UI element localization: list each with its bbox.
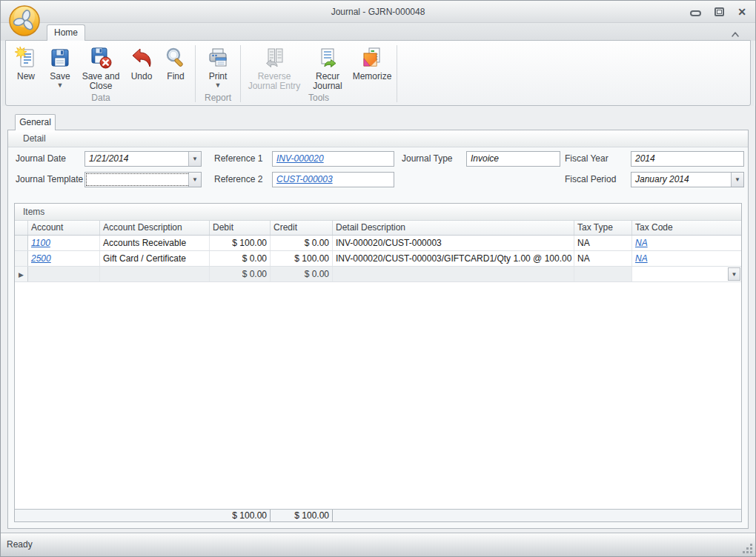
close-button[interactable]: ✕ (737, 7, 746, 16)
status-bar: Ready (1, 533, 755, 556)
account-link[interactable]: 2500 (31, 253, 51, 264)
reverse-journal-entry-button-label: Reverse Journal Entry (247, 72, 302, 91)
print-dropdown-caret-icon[interactable]: ▼ (215, 82, 222, 88)
items-grid: Items Account Account Description Debit … (14, 203, 742, 522)
window-title: Journal - GJRN-000048 (1, 1, 755, 23)
debit-cell[interactable]: $ 0.00 (210, 267, 271, 281)
tax-type-cell[interactable]: NA (574, 251, 632, 266)
column-header-credit[interactable]: Credit (271, 221, 333, 235)
reference1-field[interactable]: INV-000020 (272, 151, 394, 167)
reference1-label: Reference 1 (214, 151, 262, 167)
fiscal-period-dropdown-icon[interactable]: ▼ (731, 173, 743, 187)
new-document-icon (14, 46, 38, 70)
column-header-detail-description[interactable]: Detail Description (333, 221, 574, 235)
tab-home[interactable]: Home (47, 24, 85, 41)
row-selector-header (15, 221, 28, 235)
account-description-cell[interactable] (100, 267, 210, 281)
new-button[interactable]: New (9, 44, 43, 82)
collapse-ribbon-icon[interactable] (730, 30, 740, 37)
ribbon-group-report: Print ▼ Report (196, 42, 239, 105)
undo-icon (130, 46, 153, 70)
column-header-account-description[interactable]: Account Description (100, 221, 210, 235)
row-selector[interactable] (15, 251, 28, 266)
credit-cell[interactable]: $ 100.00 (271, 251, 333, 266)
minimize-button[interactable] (690, 10, 701, 16)
tax-code-link[interactable]: NA (635, 238, 648, 248)
find-button[interactable]: Find (159, 44, 193, 82)
new-row-selector[interactable]: ▶ (15, 267, 28, 281)
journal-template-dropdown-icon[interactable]: ▼ (188, 173, 201, 187)
ribbon-group-separator (240, 45, 241, 102)
undo-button-label: Undo (131, 72, 153, 81)
fiscal-year-field: 2014 (631, 151, 744, 167)
save-button-label: Save (50, 72, 70, 81)
column-header-tax-type[interactable]: Tax Type (574, 221, 632, 235)
memorize-button-label: Memorize (353, 72, 392, 81)
find-button-label: Find (167, 72, 184, 81)
save-and-close-button-label: Save and Close (79, 72, 122, 91)
tax-code-editor-cell[interactable]: ▼ (632, 267, 741, 281)
reference2-field[interactable]: CUST-000003 (272, 172, 394, 187)
memorize-button[interactable]: Memorize (350, 44, 394, 82)
save-button[interactable]: Save ▼ (43, 44, 77, 89)
save-dropdown-caret-icon[interactable]: ▼ (57, 82, 64, 88)
print-button[interactable]: Print ▼ (198, 44, 238, 89)
resize-grip-icon[interactable] (743, 544, 752, 553)
recur-journal-icon (316, 46, 339, 70)
new-button-label: New (17, 72, 35, 81)
journal-type-field: Invoice (466, 151, 560, 167)
detail-fields: Journal Date 1/21/2014 ▼ Journal Templat… (8, 147, 748, 196)
ribbon: New Save ▼ (5, 40, 751, 106)
detail-description-cell[interactable]: INV-000020/CUST-000003/GIFTCARD1/Qty 1.0… (333, 251, 574, 266)
tab-general[interactable]: General (15, 114, 56, 130)
detail-description-cell[interactable] (333, 267, 574, 281)
items-grid-header: Account Account Description Debit Credit… (15, 221, 741, 236)
grid-empty-area (15, 282, 741, 509)
account-cell[interactable]: 2500 (28, 251, 100, 266)
undo-button[interactable]: Undo (125, 44, 159, 82)
tax-type-cell[interactable]: NA (574, 236, 632, 250)
table-row[interactable]: 2500 Gift Card / Certificate $ 0.00 $ 10… (15, 251, 741, 267)
fiscal-period-label: Fiscal Period (565, 172, 616, 187)
journal-date-field[interactable]: 1/21/2014 ▼ (84, 151, 202, 167)
tax-code-link[interactable]: NA (635, 253, 648, 264)
account-description-cell[interactable]: Gift Card / Certificate (100, 251, 210, 266)
credit-cell[interactable]: $ 0.00 (271, 267, 333, 281)
account-cell[interactable]: 1100 (28, 236, 100, 250)
save-and-close-button[interactable]: Save and Close (77, 44, 125, 92)
restore-button[interactable] (714, 7, 724, 16)
app-logo-icon[interactable] (7, 4, 42, 38)
table-row[interactable]: 1100 Accounts Receivable $ 100.00 $ 0.00… (15, 236, 741, 251)
ribbon-group-data: New Save ▼ (7, 42, 194, 105)
reference2-link[interactable]: CUST-000003 (276, 174, 333, 184)
journal-date-dropdown-icon[interactable]: ▼ (188, 152, 201, 166)
tax-code-cell[interactable]: NA (632, 236, 741, 250)
credit-cell[interactable]: $ 0.00 (271, 236, 333, 250)
journal-template-label: Journal Template (16, 172, 83, 187)
debit-cell[interactable]: $ 0.00 (210, 251, 271, 266)
recur-journal-button[interactable]: Recur Journal (305, 44, 350, 92)
journal-template-field[interactable]: ▼ (84, 172, 202, 187)
tax-type-cell[interactable] (574, 267, 632, 281)
new-item-row[interactable]: ▶ $ 0.00 $ 0.00 ▼ (15, 267, 741, 282)
account-description-cell[interactable]: Accounts Receivable (100, 236, 210, 250)
row-selector[interactable] (15, 236, 28, 250)
save-icon (48, 46, 72, 70)
reference1-link[interactable]: INV-000020 (276, 153, 324, 164)
account-link[interactable]: 1100 (31, 238, 50, 248)
debit-total: $ 100.00 (210, 510, 271, 521)
account-cell[interactable] (28, 267, 100, 281)
column-header-account[interactable]: Account (28, 221, 100, 235)
tax-code-dropdown-icon[interactable]: ▼ (728, 267, 740, 281)
detail-description-cell[interactable]: INV-000020/CUST-000003 (333, 236, 574, 250)
column-header-debit[interactable]: Debit (210, 221, 271, 235)
ribbon-group-report-label: Report (196, 92, 239, 105)
find-icon (164, 46, 188, 70)
debit-cell[interactable]: $ 100.00 (210, 236, 271, 250)
tax-code-cell[interactable]: NA (632, 251, 741, 266)
recur-journal-button-label: Recur Journal (308, 72, 348, 91)
ribbon-group-separator (397, 45, 397, 102)
fiscal-period-field[interactable]: January 2014 ▼ (631, 172, 744, 187)
ribbon-group-tools-label: Tools (242, 92, 396, 105)
column-header-tax-code[interactable]: Tax Code (632, 221, 741, 235)
